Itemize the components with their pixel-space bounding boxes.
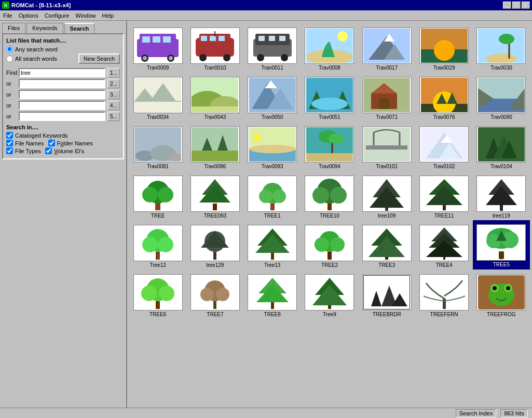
cell-label-tree6: TREE6 <box>149 312 166 317</box>
image-cell-treefern[interactable]: TREEFERN <box>415 269 472 319</box>
image-cell-tree12[interactable]: Tree12 <box>129 220 186 269</box>
find-input-1[interactable] <box>19 68 105 77</box>
checkbox-filenames-input[interactable] <box>6 140 13 146</box>
svg-rect-21 <box>279 36 285 41</box>
find-btn-5[interactable]: 5... <box>107 112 120 121</box>
image-cell-tree[interactable]: TREE <box>129 171 186 220</box>
find-input-3[interactable] <box>19 90 105 99</box>
find-btn-1[interactable]: 1... <box>107 68 120 77</box>
image-cell-trav0104[interactable]: Trav0104 <box>473 122 530 171</box>
cell-label-tree3: TREE3 <box>378 262 395 268</box>
svg-point-99 <box>158 187 173 203</box>
image-cell-trav0050[interactable]: Trav0050 <box>244 72 301 122</box>
find-row-4: or 4... <box>6 101 120 110</box>
radio-group: Any search word All search words New Sea… <box>6 46 120 64</box>
svg-rect-11 <box>201 36 207 41</box>
image-cell-trav0101[interactable]: Trav0101 <box>358 122 415 171</box>
cell-label-treefern: TREEFERN <box>430 312 458 317</box>
image-cell-treefrog[interactable]: TREEFROG <box>473 269 530 319</box>
svg-point-83 <box>329 133 344 144</box>
checkbox-cataloged-input[interactable] <box>6 132 13 139</box>
tab-keywords[interactable]: Keywords <box>26 23 63 33</box>
menu-window[interactable]: Window <box>72 12 99 19</box>
tabs: Files Keywords Search <box>2 23 124 33</box>
svg-point-77 <box>249 145 296 153</box>
svg-rect-4 <box>163 36 171 43</box>
image-cell-tran0011[interactable]: Tran0011 <box>244 23 301 72</box>
svg-point-26 <box>337 31 348 42</box>
image-grid-container[interactable]: Tran0009Tran0010Tran0011Trav0008Trav0017… <box>127 21 532 408</box>
tab-search[interactable]: Search <box>64 23 95 33</box>
minimize-button[interactable]: _ <box>503 2 511 9</box>
image-cell-trav0008[interactable]: Trav0008 <box>301 23 358 72</box>
menu-options[interactable]: Options <box>16 12 42 19</box>
image-cell-tree119[interactable]: tree119 <box>473 171 530 220</box>
image-cell-tree129[interactable]: tree129 <box>186 220 243 269</box>
image-cell-trav0081[interactable]: Trav0081 <box>129 122 186 171</box>
image-cell-trav0080[interactable]: Trav0080 <box>473 72 530 122</box>
image-cell-trav0017[interactable]: Trav0017 <box>358 23 415 72</box>
menu-configure[interactable]: Configure <box>42 12 73 19</box>
image-cell-tree093[interactable]: TREE093 <box>186 171 243 220</box>
restore-button[interactable]: □ <box>512 2 521 9</box>
cell-image-trav0029 <box>419 28 469 64</box>
new-search-button[interactable]: New Search <box>78 53 120 64</box>
image-cell-trav0030[interactable]: Trav0030 <box>473 23 530 72</box>
image-cell-trav0093[interactable]: Trav0093 <box>244 122 301 171</box>
image-cell-tree5[interactable]: TREE5 <box>473 220 530 269</box>
image-cell-tree7[interactable]: TREE7 <box>186 269 243 319</box>
image-cell-tree4[interactable]: TREE4 <box>415 220 472 269</box>
cell-label-trav0093: Trav0093 <box>262 164 283 169</box>
image-cell-trav0029[interactable]: Trav0029 <box>415 23 472 72</box>
image-cell-trav0043[interactable]: Trav0043 <box>186 72 243 122</box>
menu-file[interactable]: File <box>0 12 16 19</box>
find-btn-4[interactable]: 4... <box>107 101 120 110</box>
image-cell-tree8[interactable]: TREE8 <box>244 269 301 319</box>
image-cell-tran0009[interactable]: Tran0009 <box>129 23 186 72</box>
find-input-4[interactable] <box>19 101 105 110</box>
image-cell-trav0051[interactable]: Trav0051 <box>301 72 358 122</box>
find-input-5[interactable] <box>19 112 105 121</box>
checkbox-filetypes-input[interactable] <box>6 147 13 154</box>
svg-rect-107 <box>328 203 332 210</box>
image-cell-trav0076[interactable]: Trav0076 <box>415 72 472 122</box>
radio-any-input[interactable] <box>6 46 13 52</box>
image-cell-trav0086[interactable]: Trav0086 <box>186 122 243 171</box>
image-cell-treebrdr[interactable]: TREEBRDR <box>358 269 415 319</box>
image-cell-tree1[interactable]: TREE1 <box>244 171 301 220</box>
image-cell-tree2[interactable]: TREE2 <box>301 220 358 269</box>
menu-help[interactable]: Help <box>99 12 117 19</box>
checkbox-foldernames-input[interactable] <box>48 140 55 146</box>
image-cell-tran0010[interactable]: Tran0010 <box>186 23 243 72</box>
svg-point-153 <box>216 288 229 301</box>
tab-files[interactable]: Files <box>2 23 25 33</box>
svg-rect-127 <box>271 252 274 260</box>
image-cell-tree10[interactable]: TREE10 <box>301 171 358 220</box>
cell-image-tree10 <box>305 176 354 212</box>
cell-image-tran0011 <box>248 28 297 64</box>
cell-image-trav0076 <box>419 77 469 113</box>
image-cell-trav0102[interactable]: Trav0102 <box>415 122 472 171</box>
close-button[interactable]: × <box>522 2 530 9</box>
svg-rect-164 <box>443 299 446 309</box>
image-cell-trav0034[interactable]: Trav0034 <box>129 72 186 122</box>
svg-rect-3 <box>153 36 160 43</box>
title-bar-buttons[interactable]: _ □ × <box>503 2 530 9</box>
svg-rect-72 <box>192 151 238 161</box>
checkbox-foldernames: Folder Names <box>48 140 93 146</box>
checkbox-volumeids-input[interactable] <box>45 147 52 154</box>
image-cell-tree11[interactable]: TREE11 <box>415 171 472 220</box>
image-cell-tree9[interactable]: Tree9 <box>301 269 358 319</box>
image-cell-tree3[interactable]: TREE3 <box>358 220 415 269</box>
image-cell-trav0071[interactable]: Trav0071 <box>358 72 415 122</box>
image-cell-trav0094[interactable]: Trav0094 <box>301 122 358 171</box>
cell-label-trav0043: Trav0043 <box>204 114 226 120</box>
image-cell-tree13[interactable]: Tree13 <box>244 220 301 269</box>
cell-image-trav0051 <box>305 77 354 113</box>
image-cell-tree109[interactable]: tree109 <box>358 171 415 220</box>
find-btn-2[interactable]: 2... <box>107 79 120 88</box>
radio-all-input[interactable] <box>6 56 13 62</box>
image-cell-tree6[interactable]: TREE6 <box>129 269 186 319</box>
find-btn-3[interactable]: 3... <box>107 90 120 99</box>
find-input-2[interactable] <box>19 79 105 88</box>
